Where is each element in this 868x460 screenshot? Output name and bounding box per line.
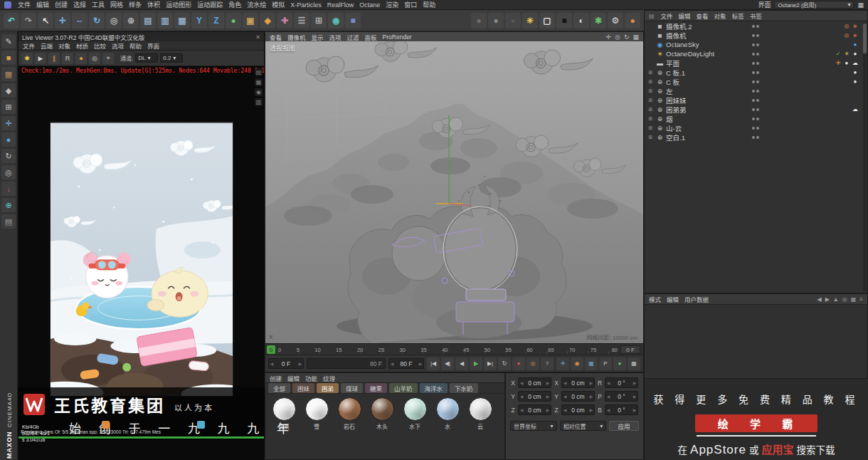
material-preview-sphere[interactable] (305, 397, 329, 421)
last-tool[interactable]: ◎ (106, 13, 122, 28)
move-tool[interactable]: ✛ (55, 13, 70, 28)
spline-tool-icon[interactable]: ◉ (328, 13, 344, 28)
object-name[interactable]: C 板 (666, 77, 750, 87)
object-tag-icon[interactable]: ☁ (852, 106, 859, 113)
visibility-dots[interactable] (752, 34, 759, 37)
am-menu-item[interactable]: 模式 (649, 295, 661, 303)
add-tool-icon[interactable]: ⊕ (1, 198, 16, 212)
play-button[interactable]: ▶ (470, 357, 482, 370)
material-item[interactable]: 水下 (401, 397, 429, 430)
object-row[interactable]: ◙ 摄像机 ◎■ (645, 31, 867, 40)
menubar-item[interactable]: Octane (359, 1, 380, 9)
om-menu-item[interactable]: 标签 (732, 11, 744, 20)
prev-key-button[interactable]: ◀| (441, 357, 454, 370)
object-row[interactable]: ☀ OctaneDayLight ✓☀● (645, 49, 867, 58)
live-viewer-menu-item[interactable]: 对象 (58, 41, 70, 50)
am-toolbar-icon[interactable]: ▦ (851, 296, 857, 303)
sky-object-icon[interactable]: ▢ (539, 13, 555, 28)
visibility-dots[interactable] (752, 90, 759, 93)
lv-side-icon[interactable]: ◉ (255, 88, 263, 96)
expand-toggle[interactable]: ⊞ (647, 107, 654, 113)
object-row[interactable]: ⊞ ⊕ 左 (645, 86, 867, 95)
object-name[interactable]: 山-云 (666, 123, 750, 133)
menubar-item[interactable]: 网格 (110, 0, 123, 9)
live-viewer-menu-item[interactable]: 界面 (147, 41, 159, 50)
material-layer-tab[interactable]: 下水奶 (450, 383, 478, 393)
goto-start-button[interactable]: |◀ (427, 357, 440, 370)
object-tag-icon[interactable]: ✛ (835, 60, 842, 66)
visibility-dots[interactable] (752, 99, 759, 102)
material-preview-sphere[interactable] (469, 397, 492, 421)
om-menu-item[interactable]: 对象 (714, 11, 726, 20)
record-rotation-toggle[interactable]: ▦ (585, 357, 598, 370)
expand-toggle[interactable]: ⊞ (647, 125, 654, 131)
expand-toggle[interactable]: ⊞ (647, 135, 654, 140)
rotate-view-icon[interactable]: ↻ (624, 33, 630, 41)
live-viewer-menu-item[interactable]: 云端 (41, 41, 53, 50)
menubar-item[interactable]: 运动图形 (166, 0, 191, 9)
world-coordinate-toggle[interactable]: ● (226, 13, 241, 28)
coordinate-system-toggle[interactable]: ⊕ (123, 13, 139, 28)
z-axis-lock[interactable]: Z (208, 13, 224, 28)
material-menu-item[interactable]: 功能 (305, 374, 317, 382)
object-row[interactable]: ⊞ ⊕ C 板.1 ● (645, 68, 867, 77)
menubar-item[interactable]: 样条 (129, 0, 142, 9)
background-object-icon[interactable]: ■ (556, 13, 572, 28)
focus-picker-button[interactable]: ◎ (89, 53, 100, 64)
sphere-primitive-icon-2[interactable]: ● (488, 13, 504, 28)
scrollbar[interactable] (863, 22, 867, 291)
object-tag-icon[interactable]: ☀ (843, 51, 850, 57)
object-row[interactable]: ⊞ ⊕ 空白.1 (645, 132, 867, 142)
undo-button[interactable]: ↶ (4, 13, 19, 28)
menubar-item[interactable]: 角色 (228, 0, 241, 9)
viewport-menu-item[interactable]: 选项 (329, 33, 342, 41)
position-field[interactable]: ◀0 cm▶ (518, 377, 551, 388)
axis-tool-icon[interactable]: ✛ (1, 116, 16, 130)
object-tag-icon[interactable]: ◎ (843, 32, 850, 38)
live-selection-tool[interactable]: ↖ (38, 13, 53, 28)
size-field[interactable]: ◀0 cm▶ (561, 377, 595, 388)
channel-value-dropdown[interactable]: 0.2▾ (160, 53, 183, 63)
material-menu-item[interactable]: 纹理 (323, 374, 335, 382)
y-axis-lock[interactable]: Y (191, 13, 207, 28)
zoom-view-icon[interactable]: ◎ (615, 33, 620, 41)
render-picture-viewer-button[interactable]: ▥ (157, 13, 173, 28)
material-preview-sphere[interactable] (403, 397, 427, 421)
scale-tool[interactable]: ⇔ (72, 13, 88, 28)
object-name[interactable]: 困弟弟 (666, 105, 750, 115)
object-tag-icon[interactable]: ● (852, 51, 859, 57)
material-menu-item[interactable]: 编辑 (287, 374, 300, 382)
object-row[interactable]: ⊞ ⊕ 山-云 (645, 123, 867, 132)
position-field[interactable]: ◀0 cm▶ (518, 391, 551, 402)
am-menu-item[interactable]: 编辑 (667, 295, 679, 303)
menubar-item[interactable]: 体积 (147, 0, 160, 9)
menubar-item[interactable]: 选择 (73, 0, 86, 9)
live-viewer-menu-item[interactable]: 比较 (94, 41, 106, 50)
material-item[interactable]: 云 (466, 397, 494, 430)
rotation-field[interactable]: ◀0 °▶ (605, 404, 638, 415)
scrollbar-thumb[interactable] (863, 23, 867, 53)
position-field[interactable]: ◀0 cm▶ (518, 404, 551, 415)
viewport-menu-item[interactable]: 摄像机 (287, 33, 306, 41)
am-toolbar-icon[interactable]: ▶ (825, 296, 830, 303)
object-tag-icon[interactable]: ● (852, 69, 859, 75)
am-menu-item[interactable]: 用户数据 (684, 295, 709, 303)
visibility-dots[interactable] (752, 117, 759, 120)
material-layer-tab[interactable]: 煤球 (341, 383, 363, 393)
restart-render-button[interactable]: ✱ (21, 53, 33, 64)
grid-tool-icon[interactable]: ⊞ (1, 100, 16, 114)
layout-dropdown[interactable]: Octane2 (启用) ▾ (774, 1, 854, 9)
timeline-ruler[interactable]: 0 05101520253035404550556065707580 0 F (265, 344, 643, 355)
settings-gear-icon[interactable]: ⚙ (608, 13, 623, 28)
record-scale-toggle[interactable]: ◉ (571, 357, 583, 370)
coordinate-space-dropdown[interactable]: 世界坐标▾ (510, 421, 557, 431)
menubar-item[interactable]: RealFlow (327, 1, 354, 9)
viewport-menu-item[interactable]: ProRender (383, 33, 412, 41)
expand-toggle[interactable]: ⊞ (647, 116, 654, 122)
object-tag-icon[interactable]: ■ (852, 23, 859, 29)
visibility-dots[interactable] (752, 43, 759, 46)
layout-grid-icon[interactable]: ▦ (857, 1, 864, 9)
current-frame-box[interactable]: 0 F (620, 345, 640, 354)
simulation-menu-icon[interactable]: ✚ (277, 13, 292, 28)
mograph-menu-icon[interactable]: ◆ (260, 13, 275, 28)
